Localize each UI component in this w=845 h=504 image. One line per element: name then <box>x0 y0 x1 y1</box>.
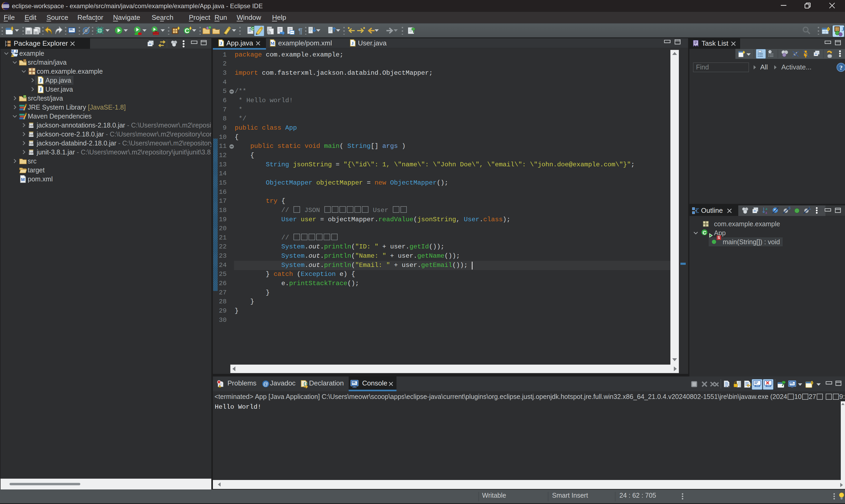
svg-text:?: ? <box>840 64 843 71</box>
svg-text:C: C <box>251 26 254 31</box>
svg-text:C: C <box>703 230 706 235</box>
svg-text:JIO: JIO <box>29 143 34 145</box>
svg-text:JIO: JIO <box>29 133 34 137</box>
svg-text:M: M <box>11 49 14 53</box>
svg-text:J: J <box>39 87 42 92</box>
svg-text:M: M <box>21 177 24 182</box>
svg-text:JIO: JIO <box>29 151 34 155</box>
svg-text:a: a <box>765 207 767 211</box>
svg-text:JIO: JIO <box>29 125 34 127</box>
svg-text:@: @ <box>263 381 268 387</box>
svg-text:M: M <box>270 41 275 46</box>
svg-text:J: J <box>842 26 844 32</box>
svg-text:J: J <box>220 41 222 46</box>
svg-text:J: J <box>15 49 17 53</box>
svg-text:J: J <box>351 41 354 46</box>
svg-text:z: z <box>765 211 767 215</box>
svg-text:J: J <box>39 78 42 84</box>
svg-text:C: C <box>184 27 189 34</box>
